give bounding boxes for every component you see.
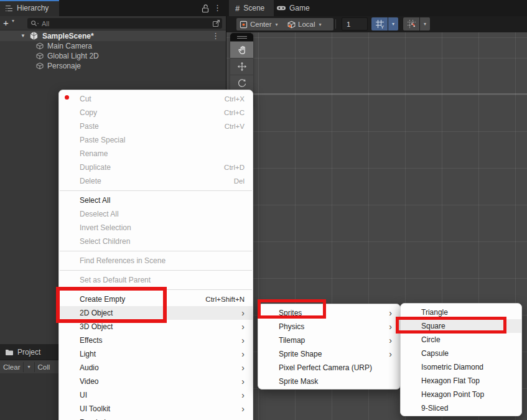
submenu-arrow-icon: › — [389, 322, 392, 331]
menu-item-label: Triangle — [421, 308, 448, 317]
menu-item-ui-toolkit[interactable]: UI Toolkit› — [59, 402, 253, 416]
menu-item-label: Effects — [80, 336, 102, 345]
menu-item-isometric-diamond[interactable]: Isometric Diamond — [401, 360, 521, 374]
tab-scene[interactable]: # Scene — [229, 0, 274, 16]
hierarchy-kebab-icon[interactable]: ⋮ — [213, 4, 222, 12]
scene-asset-icon — [29, 31, 39, 40]
tab-game[interactable]: Game — [276, 0, 321, 16]
pick-icon[interactable] — [212, 19, 220, 27]
menu-item-video[interactable]: Video› — [59, 375, 253, 388]
menu-item-label: Paste — [80, 122, 99, 131]
menu-item-hexagon-flat-top[interactable]: Hexagon Flat Top — [401, 374, 521, 388]
menu-item-pixel-perfect-camera[interactable]: Pixel Perfect Camera (URP) — [258, 361, 400, 375]
menu-item-effects[interactable]: Effects› — [59, 334, 253, 347]
folder-icon — [5, 348, 14, 356]
menu-item-light[interactable]: Light› — [59, 347, 253, 361]
search-input[interactable]: All — [27, 18, 222, 29]
menu-item-cut[interactable]: CutCtrl+X — [59, 92, 253, 106]
scene-tab-icon: # — [235, 4, 240, 13]
menu-item-label: Sprite Shape — [279, 350, 322, 358]
pivot-center-icon — [240, 21, 248, 29]
foldout-icon[interactable]: ▼ — [21, 33, 26, 39]
menu-item-paste[interactable]: PasteCtrl+V — [59, 119, 253, 133]
menu-item-paste-special[interactable]: Paste Special — [59, 133, 253, 147]
lock-icon[interactable] — [200, 4, 210, 13]
gameobject-icon — [36, 42, 44, 50]
clear-dropdown-caret-icon[interactable]: ▾ — [24, 364, 34, 370]
menu-item-find-references[interactable]: Find References in Scene — [59, 254, 253, 268]
menu-item-duplicate[interactable]: DuplicateCtrl+D — [59, 161, 253, 174]
grid-visibility-toggle[interactable]: Y — [371, 17, 388, 30]
hierarchy-item-global-light[interactable]: Global Light 2D — [0, 51, 226, 61]
submenu-arrow-icon: › — [241, 336, 245, 345]
orientation-dropdown[interactable]: Local ▾ — [284, 18, 333, 30]
hand-tool-button[interactable] — [230, 41, 253, 58]
menu-item-label: Pixel Perfect Camera (URP) — [279, 363, 372, 372]
search-filter-value: All — [42, 20, 212, 27]
menu-item-physics[interactable]: Physics› — [258, 320, 400, 334]
menu-item-label: Copy — [80, 108, 97, 117]
menu-item-sprite-mask[interactable]: Sprite Mask — [258, 375, 400, 388]
menu-item-9-sliced[interactable]: 9-Sliced — [401, 401, 521, 415]
hierarchy-item-personaje[interactable]: Personaje — [0, 61, 226, 71]
menu-item-audio[interactable]: Audio› — [59, 361, 253, 375]
menu-item-tilemap[interactable]: Tilemap› — [258, 334, 400, 347]
hand-tool-icon — [237, 45, 247, 55]
menu-item-label: Light — [80, 350, 96, 358]
grid-size-input[interactable]: 1 — [342, 17, 368, 30]
menu-item-delete[interactable]: DeleteDel — [59, 174, 253, 188]
scene-row-kebab-icon[interactable]: ⋮ — [212, 32, 220, 40]
submenu-arrow-icon: › — [389, 309, 392, 317]
menu-item-ui[interactable]: UI› — [59, 388, 253, 402]
menu-item-set-default-parent[interactable]: Set as Default Parent — [59, 273, 253, 287]
submenu-arrow-icon: › — [241, 350, 245, 358]
orientation-label: Local — [298, 21, 315, 28]
clear-button[interactable]: Clear — [0, 363, 23, 371]
grid-snap-dropdown[interactable]: ▾ — [420, 17, 430, 30]
menu-item-copy[interactable]: CopyCtrl+C — [59, 106, 253, 119]
menu-item-label: Select All — [80, 196, 110, 205]
game-tab-icon — [276, 3, 286, 13]
toolbar-drag-handle[interactable] — [230, 33, 253, 41]
tab-game-label: Game — [289, 4, 310, 12]
menu-item-rename[interactable]: Rename — [59, 147, 253, 161]
menu-item-label: Duplicate — [80, 163, 111, 172]
menu-item-rendering[interactable]: Rendering› — [59, 416, 253, 420]
menu-item-shortcut: Ctrl+X — [225, 95, 245, 103]
create-button[interactable]: + — [3, 17, 12, 29]
menu-item-deselect-all[interactable]: Deselect All — [59, 207, 253, 221]
item-label: Global Light 2D — [47, 52, 99, 60]
menu-item-select-children[interactable]: Select Children — [59, 235, 253, 248]
grid-visibility-dropdown[interactable]: ▾ — [388, 17, 398, 30]
tab-project[interactable]: Project — [0, 344, 58, 360]
menu-item-label: Isometric Diamond — [421, 363, 483, 371]
menu-item-label: 9-Sliced — [421, 404, 448, 413]
menu-item-label: Tilemap — [279, 336, 305, 345]
move-tool-button[interactable] — [230, 58, 253, 75]
menu-item-capsule[interactable]: Capsule — [401, 347, 521, 360]
menu-item-label: Circle — [421, 335, 441, 344]
menu-item-shortcut: Ctrl+V — [225, 123, 245, 130]
hierarchy-item-main-camera[interactable]: Main Camera — [0, 41, 226, 51]
menu-item-shortcut: Ctrl+C — [224, 109, 245, 116]
menu-item-label: Video — [80, 377, 98, 386]
grid-snap-toggle[interactable] — [403, 17, 419, 30]
red-dot-marker — [65, 95, 69, 100]
menu-item-label: Find References in Scene — [80, 256, 166, 265]
gameobject-icon — [36, 62, 44, 70]
toolbar-divider — [335, 19, 336, 29]
pivot-mode-dropdown[interactable]: Center ▾ — [236, 18, 287, 30]
create-dropdown-caret-icon[interactable]: ▾ — [12, 18, 14, 24]
menu-item-sprite-shape[interactable]: Sprite Shape› — [258, 347, 400, 361]
menu-item-hexagon-point-top[interactable]: Hexagon Point Top — [401, 388, 521, 401]
menu-item-circle[interactable]: Circle — [401, 333, 521, 347]
scene-root-row[interactable]: ▼ SampleScene* ⋮ — [0, 30, 226, 41]
menu-item-select-all[interactable]: Select All — [59, 194, 253, 207]
pivot-mode-label: Center — [250, 21, 272, 28]
rotate-tool-button[interactable] — [230, 75, 253, 91]
menu-item-label: Select Children — [80, 237, 130, 246]
menu-item-label: Invert Selection — [80, 223, 131, 232]
menu-item-invert-selection[interactable]: Invert Selection — [59, 221, 253, 235]
tab-hierarchy[interactable]: Hierarchy — [0, 0, 59, 16]
collapse-button[interactable]: Coll — [35, 363, 54, 371]
